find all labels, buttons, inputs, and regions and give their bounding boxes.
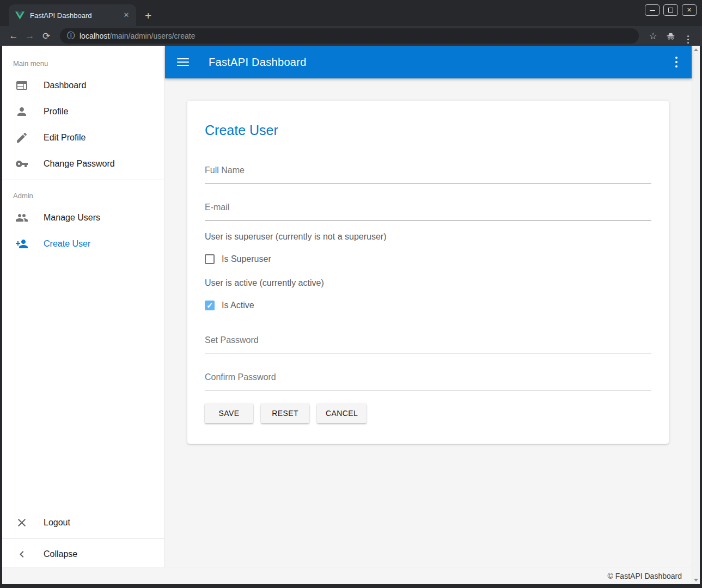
- window-controls: ✕: [645, 4, 697, 16]
- incognito-icon: [662, 30, 679, 41]
- scroll-up-icon[interactable]: [694, 48, 698, 51]
- tab-close-icon[interactable]: ✕: [121, 10, 132, 21]
- chevron-left-icon: [15, 548, 28, 561]
- pencil-icon: [15, 131, 28, 144]
- close-x-icon: [15, 516, 28, 529]
- close-icon: ✕: [687, 7, 692, 14]
- scroll-down-icon[interactable]: [694, 579, 698, 581]
- active-checkbox-row[interactable]: ✓ Is Active: [205, 301, 651, 310]
- group-icon: [15, 211, 28, 224]
- sidebar-item-logout[interactable]: Logout: [2, 510, 164, 536]
- back-button[interactable]: ←: [5, 30, 22, 41]
- sidebar-item-label: Profile: [44, 107, 68, 117]
- reset-button[interactable]: RESET: [261, 403, 309, 423]
- address-bar[interactable]: ⓘ localhost/main/admin/users/create: [60, 28, 639, 44]
- superuser-hint: User is superuser (currently is not a su…: [205, 232, 651, 242]
- browser-window: FastAPI Dashboard ✕ + ✕ ← → ⟳ ⓘ localhos…: [0, 0, 702, 588]
- maximize-icon: [668, 8, 673, 13]
- superuser-checkbox-label: Is Superuser: [222, 254, 271, 264]
- person-add-icon: [15, 237, 28, 250]
- browser-viewport: Main menu Dashboard Profile: [2, 46, 700, 584]
- save-button[interactable]: SAVE: [205, 403, 253, 423]
- copyright-text: © FastAPI Dashboard: [608, 572, 682, 580]
- url-host: localhost: [80, 32, 109, 40]
- hamburger-menu-icon[interactable]: [177, 58, 189, 66]
- set-password-input[interactable]: [205, 335, 651, 353]
- check-icon: ✓: [206, 301, 213, 310]
- full-name-field-wrap: [205, 166, 651, 183]
- main-area: FastAPI Dashboard Create User: [165, 46, 692, 567]
- forward-button[interactable]: →: [22, 30, 38, 41]
- sidebar-section-main-menu: Main menu: [2, 46, 164, 72]
- url-path: /main/admin/users/create: [109, 32, 195, 40]
- sidebar-item-create-user[interactable]: Create User: [2, 231, 164, 257]
- active-checkbox[interactable]: ✓: [205, 301, 215, 310]
- sidebar-item-collapse[interactable]: Collapse: [2, 542, 164, 567]
- sidebar-item-label: Create User: [44, 239, 90, 249]
- new-tab-button[interactable]: +: [145, 10, 151, 21]
- app-bar: FastAPI Dashboard: [165, 46, 692, 78]
- browser-toolbar: ← → ⟳ ⓘ localhost/main/admin/users/creat…: [0, 26, 702, 46]
- form-actions: SAVE RESET CANCEL: [205, 403, 651, 423]
- sidebar-item-dashboard[interactable]: Dashboard: [2, 72, 164, 99]
- key-icon: [15, 157, 28, 170]
- minimize-icon: [650, 10, 655, 11]
- browser-menu-icon[interactable]: [679, 29, 697, 44]
- sidebar-item-label: Logout: [44, 518, 70, 528]
- minimize-button[interactable]: [645, 4, 660, 16]
- sidebar-item-manage-users[interactable]: Manage Users: [2, 205, 164, 231]
- bookmark-star-icon[interactable]: ☆: [644, 30, 662, 42]
- superuser-checkbox[interactable]: [205, 254, 215, 264]
- page-title: Create User: [205, 122, 651, 138]
- site-info-icon[interactable]: ⓘ: [67, 31, 75, 41]
- dashboard-icon: [15, 79, 28, 92]
- sidebar-section-admin: Admin: [2, 183, 164, 205]
- tab-strip: FastAPI Dashboard ✕ + ✕: [0, 0, 702, 26]
- maximize-button[interactable]: [663, 4, 678, 16]
- cancel-button[interactable]: CANCEL: [317, 403, 367, 423]
- tab-title: FastAPI Dashboard: [30, 11, 121, 20]
- create-user-card: Create User User is superuser (currently…: [187, 101, 669, 444]
- email-field-wrap: [205, 203, 651, 220]
- confirm-password-field-wrap: [205, 372, 651, 390]
- sidebar-item-change-password[interactable]: Change Password: [2, 151, 164, 177]
- appbar-kebab-menu-icon[interactable]: [673, 54, 680, 70]
- page-content: Create User User is superuser (currently…: [165, 78, 692, 567]
- full-name-input[interactable]: [205, 166, 651, 183]
- person-icon: [15, 105, 28, 118]
- active-checkbox-label: Is Active: [222, 301, 254, 310]
- superuser-checkbox-row[interactable]: Is Superuser: [205, 254, 651, 264]
- sidebar-item-label: Edit Profile: [44, 133, 86, 143]
- vue-logo-icon: [15, 11, 25, 20]
- sidebar-item-label: Dashboard: [44, 81, 86, 90]
- set-password-field-wrap: [205, 335, 651, 353]
- sidebar-item-edit-profile[interactable]: Edit Profile: [2, 125, 164, 151]
- email-input[interactable]: [205, 203, 651, 220]
- browser-tab[interactable]: FastAPI Dashboard ✕: [9, 4, 136, 26]
- sidebar-item-label: Manage Users: [44, 213, 100, 223]
- confirm-password-input[interactable]: [205, 372, 651, 390]
- close-window-button[interactable]: ✕: [682, 4, 697, 16]
- sidebar-item-profile[interactable]: Profile: [2, 99, 164, 125]
- app-footer: © FastAPI Dashboard: [2, 567, 692, 584]
- sidebar-item-label: Change Password: [44, 159, 115, 169]
- app-title: FastAPI Dashboard: [209, 56, 307, 69]
- sidebar: Main menu Dashboard Profile: [2, 46, 165, 567]
- active-hint: User is active (currently active): [205, 278, 651, 288]
- sidebar-divider: [2, 538, 164, 539]
- scrollbar[interactable]: [692, 46, 700, 584]
- sidebar-item-label: Collapse: [44, 549, 77, 559]
- sidebar-divider: [2, 180, 164, 180]
- reload-button[interactable]: ⟳: [38, 30, 54, 42]
